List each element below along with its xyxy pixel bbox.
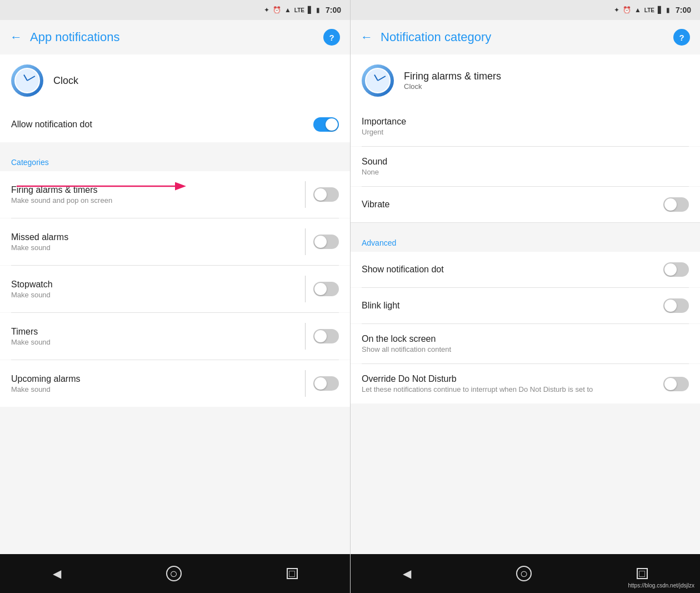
spacer2 — [351, 223, 700, 228]
category-0-label: Firing alarms & timers — [11, 185, 299, 195]
left-status-bar: ✦ ⏰ ▲ LTE ▋ ▮ 7:00 — [0, 0, 350, 20]
category-row-4[interactable]: Upcoming alarms Make sound — [0, 360, 350, 407]
vibrate-thumb — [664, 198, 677, 211]
right-recent-nav[interactable]: □ — [637, 568, 648, 579]
category-4-text: Upcoming alarms Make sound — [11, 374, 299, 393]
sound-row[interactable]: Sound None — [351, 147, 700, 186]
category-3-label: Timers — [11, 327, 299, 337]
vibrate-toggle[interactable] — [663, 197, 689, 212]
right-status-bar: ✦ ⏰ ▲ LTE ▋ ▮ 7:00 — [351, 0, 700, 20]
lock-screen-text: On the lock screen Show all notification… — [362, 334, 689, 353]
category-4-thumb — [314, 377, 327, 390]
category-row-2[interactable]: Stopwatch Make sound — [0, 266, 350, 312]
right-home-nav[interactable]: ○ — [516, 566, 532, 581]
r-wifi-icon: ▲ — [634, 6, 641, 14]
allow-dot-text: Allow notification dot — [11, 119, 313, 129]
left-back-nav[interactable]: ◀ — [53, 567, 61, 580]
category-2-sublabel: Make sound — [11, 291, 299, 299]
blink-light-row[interactable]: Blink light — [351, 288, 700, 323]
right-nav-bar: ◀ ○ □ https://blog.csdn.net/jdsjlzx — [351, 554, 700, 593]
category-1-divider — [305, 228, 306, 255]
right-panel: ✦ ⏰ ▲ LTE ▋ ▮ 7:00 ← Notification catego… — [350, 0, 700, 593]
wifi-icon: ▲ — [284, 6, 291, 14]
dnd-text: Override Do Not Disturb Let these notifi… — [362, 374, 658, 393]
right-app-subtitle: Clock — [404, 82, 501, 91]
category-0-toggle[interactable] — [313, 187, 339, 202]
allow-dot-toggle[interactable] — [313, 117, 339, 132]
category-2-toggle[interactable] — [313, 282, 339, 296]
category-2-label: Stopwatch — [11, 280, 299, 290]
vibrate-label: Vibrate — [362, 200, 663, 210]
show-dot-toggle[interactable] — [663, 262, 689, 277]
category-0-text: Firing alarms & timers Make sound and po… — [11, 185, 299, 205]
right-app-icon — [362, 64, 394, 97]
left-app-name: Clock — [53, 75, 78, 87]
category-4-toggle[interactable] — [313, 376, 339, 391]
category-4-label: Upcoming alarms — [11, 374, 299, 384]
left-top-bar: ← App notifications ? — [0, 20, 350, 54]
left-nav-bar: ◀ ○ □ — [0, 554, 350, 593]
category-1-label: Missed alarms — [11, 232, 299, 242]
clock-minute-hand — [27, 76, 36, 81]
right-app-text: Firing alarms & timers Clock — [404, 71, 501, 91]
sound-sublabel: None — [362, 168, 689, 176]
left-help-button[interactable]: ? — [323, 29, 340, 46]
lock-screen-label: On the lock screen — [362, 334, 689, 344]
category-3-text: Timers Make sound — [11, 327, 299, 346]
dnd-sublabel: Let these notifications continue to inte… — [362, 385, 658, 393]
category-row-3[interactable]: Timers Make sound — [0, 313, 350, 360]
dnd-label: Override Do Not Disturb — [362, 374, 658, 384]
sound-label: Sound — [362, 157, 689, 167]
r-alarm-icon: ⏰ — [623, 6, 631, 14]
category-3-toggle[interactable] — [313, 329, 339, 343]
show-dot-label: Show notification dot — [362, 265, 663, 275]
category-0-sublabel: Make sound and pop on screen — [11, 196, 299, 205]
category-row-1[interactable]: Missed alarms Make sound — [0, 218, 350, 265]
show-dot-thumb — [664, 263, 677, 276]
show-dot-text: Show notification dot — [362, 265, 663, 275]
left-time: 7:00 — [326, 6, 341, 14]
battery-icon: ▮ — [316, 6, 320, 14]
spacer1 — [0, 142, 350, 148]
blink-light-toggle[interactable] — [663, 298, 689, 313]
category-1-sublabel: Make sound — [11, 243, 299, 252]
category-1-toggle[interactable] — [313, 235, 339, 249]
category-3-sublabel: Make sound — [11, 338, 299, 346]
left-page-title: App notifications — [30, 30, 316, 44]
left-back-button[interactable]: ← — [10, 30, 22, 44]
lock-screen-row[interactable]: On the lock screen Show all notification… — [351, 324, 700, 363]
category-1-text: Missed alarms Make sound — [11, 232, 299, 252]
categories-section-label: Categories — [0, 148, 350, 171]
dnd-toggle[interactable] — [663, 377, 689, 391]
right-back-button[interactable]: ← — [361, 30, 373, 44]
show-dot-row[interactable]: Show notification dot — [351, 252, 700, 287]
vibrate-row[interactable]: Vibrate — [351, 187, 700, 222]
category-1-thumb — [314, 236, 327, 248]
advanced-section-label: Advanced — [351, 228, 700, 252]
watermark-text: https://blog.csdn.net/jdsjlzx — [628, 582, 694, 589]
signal-icon: ▋ — [308, 6, 313, 14]
category-4-divider — [305, 370, 306, 397]
left-panel: ✦ ⏰ ▲ LTE ▋ ▮ 7:00 ← App notifications ?… — [0, 0, 350, 593]
right-back-nav[interactable]: ◀ — [403, 567, 411, 580]
r-battery-icon: ▮ — [666, 6, 670, 14]
category-row-0[interactable]: Firing alarms & timers Make sound and po… — [0, 171, 350, 218]
importance-row[interactable]: Importance Urgent — [351, 107, 700, 146]
left-recent-nav[interactable]: □ — [287, 568, 298, 579]
category-3-thumb — [314, 330, 327, 342]
alarm-icon: ⏰ — [273, 6, 281, 14]
dnd-row[interactable]: Override Do Not Disturb Let these notifi… — [351, 364, 700, 403]
bluetooth-icon: ✦ — [264, 6, 269, 14]
category-3-divider — [305, 323, 306, 350]
right-help-button[interactable]: ? — [673, 29, 690, 46]
dnd-thumb — [664, 378, 677, 390]
left-home-nav[interactable]: ○ — [166, 566, 182, 581]
category-0-divider — [305, 181, 306, 208]
clock-face — [14, 68, 40, 93]
allow-dot-row[interactable]: Allow notification dot — [0, 107, 350, 142]
right-time: 7:00 — [676, 6, 691, 14]
category-2-thumb — [314, 283, 327, 295]
right-app-header: Firing alarms & timers Clock — [351, 54, 700, 107]
left-app-icon — [11, 64, 43, 97]
left-app-header: Clock — [0, 54, 350, 107]
